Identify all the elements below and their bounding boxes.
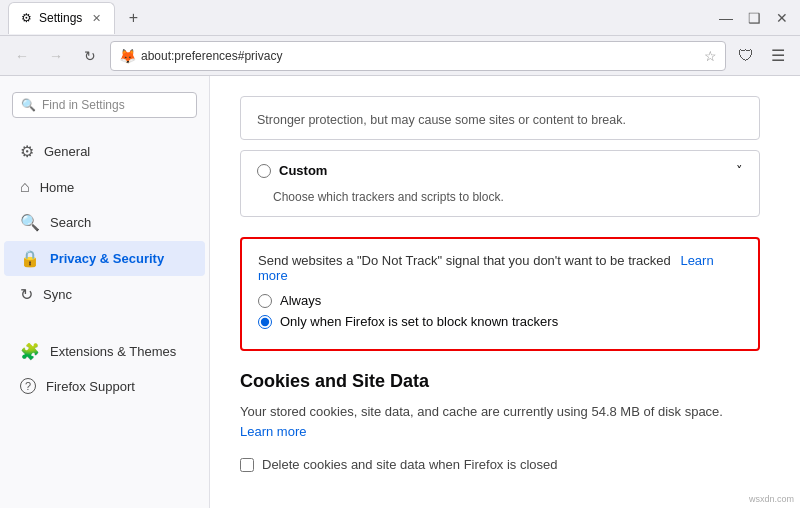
delete-cookies-label: Delete cookies and site data when Firefo… [262, 457, 558, 472]
reload-icon: ↻ [84, 48, 96, 64]
sidebar-item-privacy-label: Privacy & Security [50, 251, 164, 266]
watermark: wsxdn.com [749, 494, 794, 504]
forward-button[interactable]: → [42, 42, 70, 70]
custom-box: Custom ˅ Choose which trackers and scrip… [240, 150, 760, 217]
sidebar-item-extensions-label: Extensions & Themes [50, 344, 176, 359]
sidebar-item-support-label: Firefox Support [46, 379, 135, 394]
sync-icon: ↻ [20, 285, 33, 304]
cookies-desc-text: Your stored cookies, site data, and cach… [240, 404, 723, 419]
settings-tab[interactable]: ⚙ Settings ✕ [8, 2, 115, 34]
sidebar-item-general-label: General [44, 144, 90, 159]
tab-favicon-icon: ⚙ [19, 11, 33, 25]
custom-radio[interactable] [257, 164, 271, 178]
home-icon: ⌂ [20, 178, 30, 196]
close-button[interactable]: ✕ [772, 8, 792, 28]
dnt-always-label: Always [280, 293, 321, 308]
main-layout: 🔍 Find in Settings ⚙ General ⌂ Home 🔍 Se… [0, 76, 800, 508]
delete-cookies-checkbox[interactable] [240, 458, 254, 472]
cookies-learn-link[interactable]: Learn more [240, 424, 306, 439]
dnt-only-when-option: Only when Firefox is set to block known … [258, 314, 742, 329]
stronger-protection-text: Stronger protection, but may cause some … [257, 113, 743, 127]
privacy-icon: 🔒 [20, 249, 40, 268]
dnt-always-option: Always [258, 293, 742, 308]
address-text: about:preferences#privacy [141, 49, 698, 63]
maximize-button[interactable]: ❑ [744, 8, 764, 28]
window-controls: — ❑ ✕ [716, 8, 792, 28]
dnt-header-text: Send websites a "Do Not Track" signal th… [258, 253, 671, 268]
find-in-settings[interactable]: 🔍 Find in Settings [12, 92, 197, 118]
sidebar-item-extensions[interactable]: 🧩 Extensions & Themes [4, 334, 205, 369]
custom-desc: Choose which trackers and scripts to blo… [241, 190, 759, 216]
custom-label-text: Custom [279, 163, 327, 178]
find-placeholder: Find in Settings [42, 98, 125, 112]
sidebar-item-sync[interactable]: ↻ Sync [4, 277, 205, 312]
dnt-only-when-label: Only when Firefox is set to block known … [280, 314, 558, 329]
sidebar-item-general[interactable]: ⚙ General [4, 134, 205, 169]
sidebar-item-home-label: Home [40, 180, 75, 195]
stronger-protection-box: Stronger protection, but may cause some … [240, 96, 760, 140]
back-button[interactable]: ← [8, 42, 36, 70]
firefox-logo-icon: 🦊 [119, 48, 135, 64]
nav-bar: ← → ↻ 🦊 about:preferences#privacy ☆ 🛡 ☰ [0, 36, 800, 76]
extensions-icon: 🧩 [20, 342, 40, 361]
tab-close-button[interactable]: ✕ [88, 10, 104, 26]
new-tab-button[interactable]: + [119, 4, 147, 32]
nav-right-icons: 🛡 ☰ [732, 42, 792, 70]
tab-strip: ⚙ Settings ✕ + [8, 2, 716, 34]
delete-cookies-row: Delete cookies and site data when Firefo… [240, 457, 590, 472]
sidebar-item-privacy[interactable]: 🔒 Privacy & Security [4, 241, 205, 276]
dnt-box: Send websites a "Do Not Track" signal th… [240, 237, 760, 351]
shield-icon[interactable]: 🛡 [732, 42, 760, 70]
sidebar: 🔍 Find in Settings ⚙ General ⌂ Home 🔍 Se… [0, 76, 210, 508]
content-area: Stronger protection, but may cause some … [210, 76, 800, 508]
general-icon: ⚙ [20, 142, 34, 161]
content-inner: Stronger protection, but may cause some … [210, 76, 800, 492]
bookmark-icon[interactable]: ☆ [704, 48, 717, 64]
sidebar-item-search-label: Search [50, 215, 91, 230]
custom-label-container: Custom [257, 163, 327, 178]
sidebar-item-support[interactable]: ? Firefox Support [4, 370, 205, 402]
cookies-section: Cookies and Site Data Your stored cookie… [240, 371, 760, 472]
minimize-button[interactable]: — [716, 8, 736, 28]
dnt-only-when-radio[interactable] [258, 315, 272, 329]
custom-chevron-icon: ˅ [736, 163, 743, 178]
address-icons: ☆ [704, 48, 717, 64]
reload-button[interactable]: ↻ [76, 42, 104, 70]
support-icon: ? [20, 378, 36, 394]
custom-header: Custom ˅ [241, 151, 759, 190]
sidebar-item-home[interactable]: ⌂ Home [4, 170, 205, 204]
cookies-desc: Your stored cookies, site data, and cach… [240, 402, 760, 441]
back-icon: ← [15, 48, 29, 64]
find-search-icon: 🔍 [21, 98, 36, 112]
title-bar: ⚙ Settings ✕ + — ❑ ✕ [0, 0, 800, 36]
dnt-always-radio[interactable] [258, 294, 272, 308]
search-icon: 🔍 [20, 213, 40, 232]
cookies-title: Cookies and Site Data [240, 371, 760, 392]
address-bar[interactable]: 🦊 about:preferences#privacy ☆ [110, 41, 726, 71]
dnt-header: Send websites a "Do Not Track" signal th… [258, 253, 742, 283]
sidebar-item-search[interactable]: 🔍 Search [4, 205, 205, 240]
menu-icon[interactable]: ☰ [764, 42, 792, 70]
tab-title: Settings [39, 11, 82, 25]
forward-icon: → [49, 48, 63, 64]
sidebar-item-sync-label: Sync [43, 287, 72, 302]
